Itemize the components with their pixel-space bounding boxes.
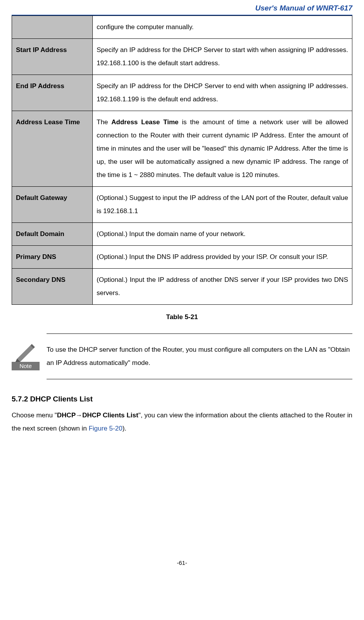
text-fragment: is the amount of time a network user wil… (97, 118, 348, 179)
table-row: Secondary DNS (Optional.) Input the IP a… (12, 269, 352, 305)
param-description: configure the computer manually. (93, 16, 352, 39)
param-description: (Optional.) Input the domain name of you… (93, 223, 352, 246)
param-label: Address Lease Time (12, 111, 93, 187)
text-bold: Address Lease Time (111, 118, 179, 126)
param-description: Specify an IP address for the DHCP Serve… (93, 75, 352, 111)
param-label: End IP Address (12, 75, 93, 111)
figure-link[interactable]: Figure 5-20 (88, 425, 122, 432)
param-label: Start IP Address (12, 39, 93, 75)
page-number: -61- (12, 559, 352, 566)
pencil-icon (15, 342, 36, 362)
table-row: Start IP Address Specify an IP address f… (12, 39, 352, 75)
param-description: (Optional.) Input the DNS IP address pro… (93, 246, 352, 269)
table-row: End IP Address Specify an IP address for… (12, 75, 352, 111)
param-label: Default Domain (12, 223, 93, 246)
table-row: configure the computer manually. (12, 16, 352, 39)
document-header-title: User's Manual of WNRT-617 (12, 4, 352, 16)
text-fragment: ). (122, 425, 126, 432)
note-callout: Note To use the DHCP server function of … (12, 333, 352, 379)
param-label (12, 16, 93, 39)
text-fragment: The (97, 118, 111, 126)
note-icon-label: Note (12, 362, 40, 370)
note-icon: Note (12, 342, 40, 370)
section-body: Choose menu "DHCP→DHCP Clients List", yo… (12, 409, 352, 435)
table-row: Default Gateway (Optional.) Suggest to i… (12, 187, 352, 223)
text-bold: DHCP→DHCP Clients List (57, 412, 139, 419)
param-description: (Optional.) Suggest to input the IP addr… (93, 187, 352, 223)
text-fragment: Choose menu " (12, 412, 57, 419)
svg-marker-0 (16, 346, 33, 362)
param-label: Default Gateway (12, 187, 93, 223)
param-description: (Optional.) Input the IP address of anot… (93, 269, 352, 305)
table-caption: Table 5-21 (12, 313, 352, 321)
param-label: Secondary DNS (12, 269, 93, 305)
table-row: Primary DNS (Optional.) Input the DNS IP… (12, 246, 352, 269)
param-description: Specify an IP address for the DHCP Serve… (93, 39, 352, 75)
section-heading: 5.7.2 DHCP Clients List (12, 395, 352, 403)
table-row: Address Lease Time The Address Lease Tim… (12, 111, 352, 187)
note-text: To use the DHCP server function of the R… (47, 333, 352, 379)
parameter-table: configure the computer manually. Start I… (12, 16, 352, 305)
param-description: The Address Lease Time is the amount of … (93, 111, 352, 187)
table-row: Default Domain (Optional.) Input the dom… (12, 223, 352, 246)
param-label: Primary DNS (12, 246, 93, 269)
